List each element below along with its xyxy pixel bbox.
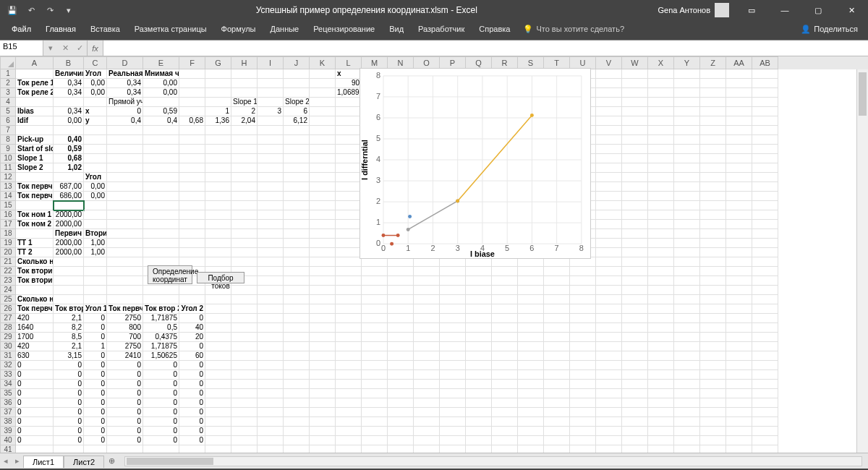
row-header[interactable]: 3 bbox=[0, 88, 16, 98]
cancel-icon[interactable]: ✕ bbox=[58, 43, 72, 53]
row-header[interactable]: 9 bbox=[0, 145, 16, 154]
cell[interactable] bbox=[700, 154, 726, 163]
cell[interactable] bbox=[752, 229, 778, 239]
cell[interactable] bbox=[596, 88, 622, 98]
cell[interactable]: Прямой участок bbox=[107, 98, 143, 107]
cell[interactable] bbox=[336, 408, 362, 417]
cell[interactable] bbox=[310, 342, 336, 351]
cell[interactable]: 1,02 bbox=[54, 163, 84, 173]
cell[interactable]: 0,59 bbox=[54, 145, 84, 154]
cell[interactable]: 0 bbox=[107, 417, 143, 427]
cell[interactable] bbox=[596, 417, 622, 427]
cell[interactable] bbox=[414, 342, 440, 351]
row-header[interactable]: 40 bbox=[0, 436, 16, 445]
cell[interactable] bbox=[258, 304, 284, 314]
cell[interactable] bbox=[231, 220, 258, 229]
cell[interactable] bbox=[205, 173, 231, 182]
cell[interactable] bbox=[622, 239, 648, 248]
cell[interactable] bbox=[16, 286, 54, 295]
select-all-corner[interactable] bbox=[0, 56, 16, 69]
cell[interactable] bbox=[622, 248, 648, 257]
cell[interactable] bbox=[284, 163, 310, 173]
cell[interactable] bbox=[205, 126, 231, 135]
cell[interactable]: 420 bbox=[16, 314, 54, 323]
cell[interactable]: 0 bbox=[107, 398, 143, 408]
cell[interactable] bbox=[700, 445, 726, 453]
tab-view[interactable]: Вид bbox=[382, 20, 411, 38]
cell[interactable] bbox=[388, 351, 414, 361]
cell[interactable] bbox=[622, 182, 648, 192]
cell[interactable] bbox=[596, 286, 622, 295]
cell[interactable] bbox=[700, 304, 726, 314]
cell[interactable] bbox=[622, 107, 648, 116]
cell[interactable]: x bbox=[84, 107, 107, 116]
cell[interactable] bbox=[596, 304, 622, 314]
cell[interactable] bbox=[84, 126, 107, 135]
cell[interactable] bbox=[518, 380, 544, 389]
cell[interactable] bbox=[362, 314, 388, 323]
cell[interactable] bbox=[570, 286, 596, 295]
cell[interactable]: 1,068966 bbox=[336, 88, 362, 98]
cell[interactable] bbox=[570, 304, 596, 314]
cell[interactable] bbox=[700, 417, 726, 427]
cell[interactable] bbox=[388, 304, 414, 314]
col-header-B[interactable]: B bbox=[54, 56, 84, 69]
cell[interactable]: 0 bbox=[16, 370, 54, 380]
row-header[interactable]: 28 bbox=[0, 323, 16, 333]
cell[interactable] bbox=[492, 389, 518, 398]
cell[interactable] bbox=[143, 154, 179, 163]
cell[interactable] bbox=[388, 436, 414, 445]
cell[interactable] bbox=[674, 163, 700, 173]
cell[interactable]: Ток ном 1 bbox=[16, 210, 54, 220]
cell[interactable] bbox=[596, 192, 622, 201]
cell[interactable] bbox=[205, 408, 231, 417]
cell[interactable] bbox=[336, 239, 362, 248]
cell[interactable] bbox=[205, 182, 231, 192]
cell[interactable] bbox=[258, 69, 284, 79]
cell[interactable] bbox=[726, 182, 752, 192]
cell[interactable] bbox=[179, 229, 205, 239]
cell[interactable] bbox=[674, 286, 700, 295]
cell[interactable] bbox=[143, 173, 179, 182]
col-header-F[interactable]: F bbox=[179, 56, 205, 69]
cell[interactable] bbox=[752, 295, 778, 304]
cell[interactable] bbox=[284, 342, 310, 351]
cell[interactable] bbox=[205, 192, 231, 201]
cell[interactable] bbox=[205, 248, 231, 257]
cell[interactable] bbox=[284, 398, 310, 408]
cell[interactable] bbox=[726, 257, 752, 267]
cell[interactable] bbox=[466, 276, 492, 286]
cell[interactable]: 0 bbox=[16, 436, 54, 445]
cell[interactable] bbox=[570, 370, 596, 380]
cell[interactable]: 0 bbox=[107, 107, 143, 116]
cell[interactable] bbox=[726, 201, 752, 210]
cell[interactable] bbox=[674, 445, 700, 453]
cell[interactable] bbox=[596, 351, 622, 361]
cell[interactable] bbox=[143, 126, 179, 135]
cell[interactable]: Slope 2 bbox=[16, 163, 54, 173]
cell[interactable] bbox=[648, 323, 674, 333]
cell[interactable] bbox=[752, 436, 778, 445]
cell[interactable]: 0 bbox=[143, 408, 179, 417]
cell[interactable] bbox=[440, 276, 466, 286]
cell[interactable] bbox=[336, 267, 362, 276]
cell[interactable] bbox=[544, 267, 570, 276]
cell[interactable] bbox=[544, 361, 570, 370]
cell[interactable] bbox=[231, 126, 258, 135]
cell[interactable] bbox=[414, 398, 440, 408]
cell[interactable] bbox=[518, 445, 544, 453]
cell[interactable] bbox=[622, 154, 648, 163]
cell[interactable] bbox=[205, 304, 231, 314]
cell[interactable] bbox=[700, 229, 726, 239]
cell[interactable] bbox=[179, 220, 205, 229]
cell[interactable]: 0 bbox=[107, 370, 143, 380]
cell[interactable] bbox=[231, 201, 258, 210]
cell[interactable]: Idif bbox=[16, 116, 54, 126]
cell[interactable] bbox=[179, 88, 205, 98]
cell[interactable] bbox=[284, 445, 310, 453]
cell[interactable] bbox=[336, 220, 362, 229]
cell[interactable] bbox=[205, 239, 231, 248]
cell[interactable] bbox=[310, 173, 336, 182]
cell[interactable] bbox=[362, 295, 388, 304]
cell[interactable]: 1,50625 bbox=[143, 351, 179, 361]
